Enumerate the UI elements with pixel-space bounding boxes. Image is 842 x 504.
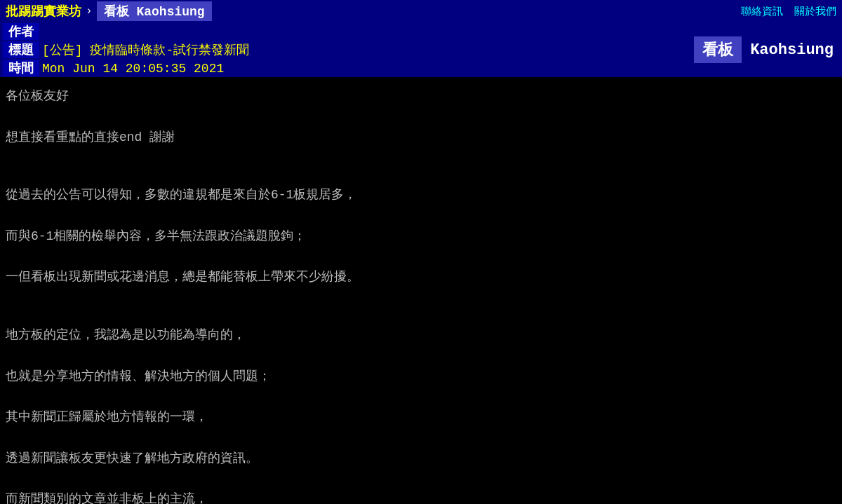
time-row: 時間 Mon Jun 14 20:05:35 2021 (0, 59, 694, 77)
content-line (6, 151, 836, 165)
board-value-nav: Kaohsiung (136, 5, 204, 19)
content-line (6, 209, 836, 223)
top-navigation: 批踢踢實業坊 › 看板 Kaohsiung 聯絡資訊 關於我們 (0, 0, 842, 22)
content-line: 各位板友好 (6, 86, 836, 107)
title-label: 標題 (3, 41, 39, 58)
content-line: 從過去的公告可以得知，多數的違規都是來自於6-1板規居多， (6, 184, 836, 206)
author-label: 作者 (3, 23, 39, 40)
content-line (6, 308, 836, 322)
content-line (6, 250, 836, 264)
about-link[interactable]: 關於我們 (794, 5, 836, 18)
content-line: 其中新聞正歸屬於地方情報的一環， (6, 407, 836, 428)
title-row: 標題 [公告] 疫情臨時條款-試行禁發新聞 (0, 41, 694, 59)
time-value: Mon Jun 14 20:05:35 2021 (42, 62, 224, 76)
content-line (6, 390, 836, 404)
board-label-nav: 看板 (104, 5, 129, 19)
content-line (6, 110, 836, 124)
content-line: 地方板的定位，我認為是以功能為導向的， (6, 325, 836, 346)
content-line (6, 431, 836, 445)
contact-link[interactable]: 聯絡資訊 (741, 5, 783, 18)
content-line (6, 291, 836, 305)
post-header-wrapper: 作者 標題 [公告] 疫情臨時條款-試行禁發新聞 時間 Mon Jun 14 2… (0, 22, 842, 77)
badge-value: Kaohsiung (742, 39, 842, 62)
breadcrumb-arrow: › (86, 5, 93, 18)
post-content: 各位板友好 想直接看重點的直接end 謝謝 從過去的公告可以得知，多數的違規都是… (0, 77, 842, 504)
header-rows: 作者 標題 [公告] 疫情臨時條款-試行禁發新聞 時間 Mon Jun 14 2… (0, 22, 694, 77)
time-label: 時間 (3, 60, 39, 76)
badge-container: 看板 Kaohsiung (694, 22, 842, 77)
author-row: 作者 (0, 22, 694, 41)
board-name-nav[interactable]: 看板 Kaohsiung (97, 1, 212, 21)
nav-left: 批踢踢實業坊 › 看板 Kaohsiung (6, 1, 212, 21)
content-line: 一但看板出現新聞或花邊消息，總是都能替板上帶來不少紛擾。 (6, 266, 836, 288)
header-rows-and-badge: 作者 標題 [公告] 疫情臨時條款-試行禁發新聞 時間 Mon Jun 14 2… (0, 22, 842, 77)
content-line (6, 349, 836, 363)
content-line: 透過新聞讓板友更快速了解地方政府的資訊。 (6, 448, 836, 470)
content-line (6, 472, 836, 486)
site-title[interactable]: 批踢踢實業坊 (6, 3, 81, 20)
content-line: 而與6-1相關的檢舉內容，多半無法跟政治議題脫鉤； (6, 226, 836, 247)
content-line: 想直接看重點的直接end 謝謝 (6, 127, 836, 149)
content-line: 而新聞類別的文章並非板上的主流， (6, 489, 836, 504)
content-line (6, 168, 836, 182)
content-line: 也就是分享地方的情報、解決地方的個人問題； (6, 366, 836, 388)
title-value: [公告] 疫情臨時條款-試行禁發新聞 (42, 41, 249, 58)
badge-label: 看板 (694, 36, 742, 63)
nav-right: 聯絡資訊 關於我們 (741, 5, 836, 18)
